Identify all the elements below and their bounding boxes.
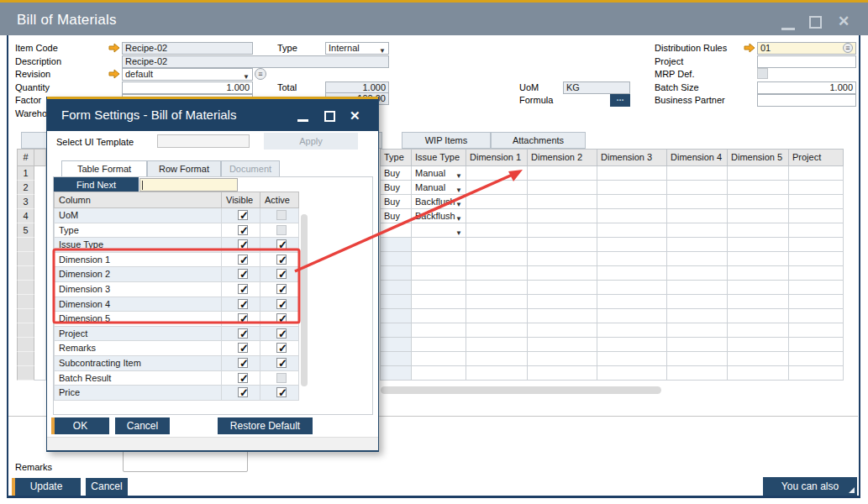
table-cell[interactable] (412, 266, 466, 281)
table-cell[interactable] (667, 366, 728, 381)
column-header-dimension-3[interactable]: Dimension 3 (597, 149, 667, 166)
visible-checkbox[interactable] (238, 239, 248, 249)
row-number-cell[interactable] (17, 266, 34, 281)
tab-attachments[interactable]: Attachments (491, 132, 586, 149)
table-cell[interactable] (597, 223, 667, 238)
table-cell[interactable] (380, 252, 412, 266)
table-cell[interactable] (466, 281, 528, 295)
table-cell[interactable] (412, 252, 466, 266)
row-number-cell[interactable] (17, 366, 34, 381)
table-cell[interactable] (466, 338, 528, 352)
active-checkbox[interactable] (276, 328, 287, 339)
active-checkbox[interactable] (276, 284, 287, 294)
window-close-icon[interactable]: ✕ (838, 13, 850, 30)
table-cell[interactable] (412, 366, 466, 381)
dialog-row-label[interactable]: Dimension 1 (54, 253, 222, 268)
active-checkbox[interactable] (276, 358, 287, 368)
table-cell[interactable] (412, 309, 466, 323)
table-cell[interactable] (728, 352, 789, 366)
active-checkbox[interactable] (276, 239, 287, 249)
table-cell[interactable] (528, 223, 597, 238)
table-cell[interactable] (728, 238, 789, 252)
table-cell[interactable] (728, 309, 789, 323)
table-cell[interactable] (667, 181, 728, 195)
table-cell[interactable] (466, 366, 528, 381)
table-cell[interactable] (380, 323, 412, 338)
table-cell[interactable] (789, 195, 844, 209)
visible-checkbox[interactable] (238, 387, 248, 397)
table-cell[interactable] (789, 309, 844, 323)
active-checkbox[interactable] (276, 343, 287, 353)
table-cell[interactable] (528, 266, 597, 281)
table-cell[interactable] (597, 309, 667, 323)
table-cell[interactable] (528, 281, 597, 295)
table-cell[interactable] (789, 181, 844, 195)
dialog-row-label[interactable]: Issue Type (54, 238, 222, 253)
visible-checkbox[interactable] (238, 328, 248, 339)
dialog-row-label[interactable]: Remarks (54, 341, 222, 356)
table-cell[interactable] (597, 281, 667, 295)
visible-checkbox[interactable] (238, 313, 248, 323)
tab-row-format[interactable]: Row Format (147, 160, 221, 177)
table-cell[interactable] (789, 295, 844, 309)
dialog-row-label[interactable]: Dimension 3 (54, 282, 222, 297)
table-cell[interactable] (528, 252, 597, 266)
chevron-down-icon[interactable]: ▼ (379, 45, 386, 55)
table-cell[interactable]: Buy (380, 166, 412, 181)
visible-checkbox[interactable] (238, 358, 248, 368)
row-number-cell[interactable] (17, 309, 34, 323)
table-cell[interactable] (528, 238, 597, 252)
dialog-row-label[interactable]: Dimension 4 (54, 297, 222, 312)
table-cell[interactable] (667, 266, 728, 281)
description-field[interactable]: Recipe-02 (122, 55, 389, 68)
active-checkbox[interactable] (276, 255, 287, 265)
table-cell[interactable] (789, 323, 844, 338)
window-maximize-icon[interactable] (809, 16, 822, 29)
table-cell[interactable]: Backflush▼ (412, 209, 466, 223)
table-cell[interactable] (528, 166, 597, 181)
table-cell[interactable] (789, 281, 844, 295)
table-cell[interactable] (728, 209, 789, 223)
table-cell[interactable] (597, 338, 667, 352)
link-arrow-icon[interactable] (108, 69, 120, 79)
tab-table-format[interactable]: Table Format (61, 160, 147, 177)
table-cell[interactable] (667, 209, 728, 223)
table-cell[interactable] (597, 195, 667, 209)
table-cell[interactable] (466, 181, 528, 195)
dialog-row-label[interactable]: Dimension 5 (54, 312, 222, 327)
mrp-def-checkbox[interactable] (757, 68, 768, 79)
dialog-row-label[interactable]: Dimension 2 (54, 267, 222, 282)
column-header-dimension-1[interactable]: Dimension 1 (466, 149, 528, 166)
table-cell[interactable] (380, 223, 412, 238)
table-cell[interactable] (597, 166, 667, 181)
list-menu-icon[interactable]: ≡ (255, 68, 266, 80)
table-cell[interactable]: Buy (380, 209, 412, 223)
table-cell[interactable] (667, 323, 728, 338)
active-checkbox[interactable] (276, 299, 287, 309)
active-checkbox[interactable] (276, 269, 287, 279)
formula-ellipsis-button[interactable]: ... (610, 94, 630, 107)
table-cell[interactable] (466, 195, 528, 209)
row-number-cell[interactable]: 3 (17, 195, 34, 209)
row-number-cell[interactable]: 2 (17, 181, 34, 195)
table-cell[interactable] (412, 323, 466, 338)
table-cell[interactable] (728, 338, 789, 352)
column-header-project[interactable]: Project (789, 149, 844, 166)
row-number-cell[interactable] (17, 323, 34, 338)
table-cell[interactable] (528, 323, 597, 338)
table-cell[interactable] (789, 252, 844, 266)
table-cell[interactable] (466, 266, 528, 281)
row-number-cell[interactable] (17, 238, 34, 252)
chevron-down-icon[interactable]: ▼ (455, 170, 462, 181)
table-cell[interactable] (466, 295, 528, 309)
batch-size-field[interactable]: 1.000 (757, 81, 856, 94)
row-number-cell[interactable]: 1 (17, 166, 34, 181)
tab-document[interactable]: Document (221, 160, 280, 177)
table-cell[interactable] (412, 238, 466, 252)
table-cell[interactable] (380, 281, 412, 295)
business-partner-field[interactable] (757, 94, 856, 107)
you-can-also-button[interactable]: You can also (763, 477, 857, 496)
dialog-maximize-icon[interactable] (324, 111, 335, 122)
row-number-cell[interactable] (17, 338, 34, 352)
table-cell[interactable] (597, 295, 667, 309)
